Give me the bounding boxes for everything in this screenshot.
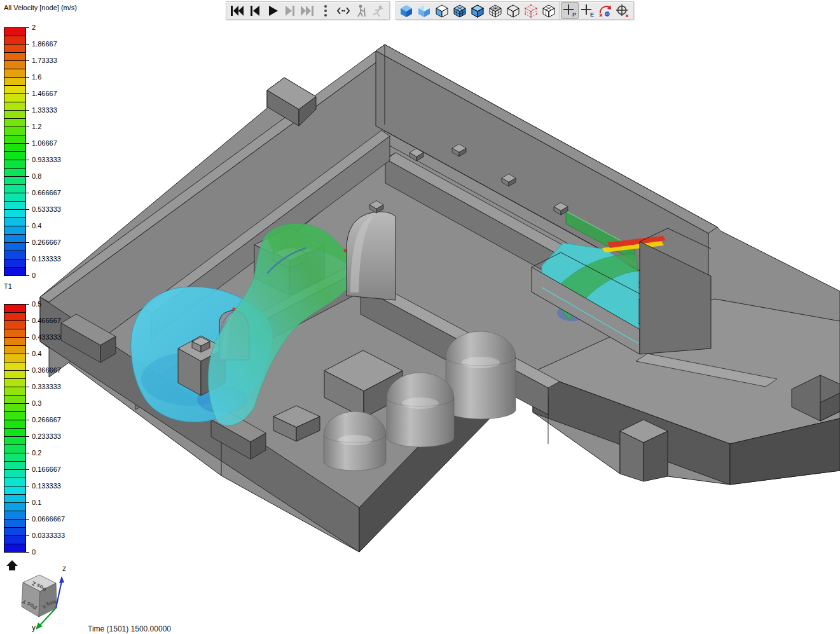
view-shaded-smooth-button[interactable] <box>415 2 433 19</box>
legend-tick: 0.933333 <box>25 156 61 163</box>
legend-cell <box>4 111 25 119</box>
view-shaded-outline-button[interactable] <box>469 2 486 19</box>
view-hidden-line-button[interactable] <box>540 2 558 19</box>
legend-cell <box>4 86 25 94</box>
legend-cell <box>4 119 25 127</box>
legend-cell <box>4 429 25 437</box>
legend-cell <box>4 321 25 329</box>
step-back-icon <box>246 3 263 18</box>
legend-cell <box>4 235 25 243</box>
legend-tick: 0 <box>25 272 36 279</box>
legend-tick: 0.133333 <box>25 256 61 262</box>
animation-range-button[interactable] <box>334 2 352 19</box>
play-button[interactable] <box>263 2 281 19</box>
fly-through-icon <box>371 3 387 18</box>
legend-tick: 0.0666667 <box>25 516 65 522</box>
triad-cube[interactable] <box>22 575 57 617</box>
legend-cell <box>4 144 25 152</box>
view-shaded-mesh-button[interactable] <box>451 2 469 19</box>
legend-tick: 1.06667 <box>25 140 57 146</box>
legend-tick: 0 <box>25 549 36 555</box>
legend-cell <box>4 338 25 346</box>
legend-cell <box>4 305 25 313</box>
tunnel-large <box>347 212 396 300</box>
legend-cell <box>4 259 25 268</box>
application-window: All Velocity [node] (m/s) 21.866671.7333… <box>0 0 840 634</box>
legend-tick: 0.133333 <box>25 483 61 489</box>
legend-cell <box>4 379 25 387</box>
time-annotation: Time (1501) 1500.00000 <box>88 624 171 633</box>
tank-back <box>446 331 516 419</box>
legend-cell <box>4 404 25 412</box>
legend-cell <box>4 169 25 177</box>
view-wireframe-mesh-button[interactable] <box>486 2 504 19</box>
skip-to-start-button[interactable] <box>228 2 245 19</box>
axis-y-label: y <box>32 623 36 632</box>
legend-t1: T1 0.50.4666670.4333330.40.3666670.33333… <box>4 282 26 553</box>
walk-through-icon <box>353 3 369 18</box>
legend-tick: 1.33333 <box>25 107 57 113</box>
probe-element-icon: E <box>579 3 596 18</box>
legend-cell <box>4 45 25 53</box>
legend-tick: 0.333333 <box>25 383 61 390</box>
legend-cell <box>4 346 25 354</box>
view-mesh-points-button[interactable] <box>522 2 540 19</box>
legend-tick: 0.233333 <box>25 433 61 439</box>
hidden-line-cube-icon <box>540 3 557 18</box>
view-wireframe-button[interactable] <box>504 2 522 19</box>
legend-cell <box>4 528 25 536</box>
legend-cell <box>4 53 25 61</box>
orientation-triad[interactable]: Pos Z Pos Y Neg X z y <box>0 557 89 634</box>
rotate-view-button[interactable] <box>596 2 614 19</box>
shaded-mesh-cube-icon <box>451 3 468 18</box>
rotate-view-icon <box>597 3 614 18</box>
step-forward-button[interactable] <box>281 2 299 19</box>
legend-tick: 0.366667 <box>25 367 61 373</box>
wireframe-mesh-cube-icon <box>487 3 504 18</box>
viewport-3d[interactable] <box>0 0 840 634</box>
probe-at-element-button[interactable]: E <box>579 2 596 19</box>
legend-cell <box>4 536 25 544</box>
legend-cell <box>4 210 25 218</box>
skip-to-end-button[interactable] <box>299 2 317 19</box>
probe-point-letter: P <box>572 11 576 18</box>
skip-to-end-icon <box>300 3 316 18</box>
legend-cell <box>4 152 25 160</box>
legend-velocity: All Velocity [node] (m/s) 21.866671.7333… <box>4 4 77 276</box>
legend-tick: 0.8 <box>25 173 41 179</box>
view-shaded-button[interactable] <box>397 2 415 19</box>
fly-through-button[interactable] <box>370 2 388 19</box>
legend-cell <box>4 396 25 404</box>
platform-pillar <box>620 420 668 481</box>
legend-cell <box>4 462 25 470</box>
step-back-button[interactable] <box>245 2 263 19</box>
legend-cell <box>4 387 25 396</box>
set-rotation-center-button[interactable] <box>614 2 632 19</box>
shaded-edges-cube-icon <box>434 3 450 18</box>
toolbar-playback <box>226 1 390 20</box>
legend-cell <box>4 28 25 36</box>
home-view-icon[interactable] <box>6 560 18 570</box>
legend-tick: 1.6 <box>25 74 41 80</box>
legend-cell <box>4 251 25 259</box>
legend-cell <box>4 135 25 144</box>
legend-cell <box>4 218 25 226</box>
legend-tick: 0.533333 <box>25 206 61 212</box>
legend-cell <box>4 61 25 69</box>
walk-through-button[interactable] <box>352 2 370 19</box>
probe-at-point-button[interactable]: P <box>561 2 579 19</box>
axis-z-label: z <box>62 564 66 573</box>
legend-t1-title: T1 <box>4 282 26 291</box>
legend-cell <box>4 313 25 321</box>
legend-tick: 0.1 <box>25 499 41 506</box>
legend-cell <box>4 226 25 235</box>
legend-tick: 0.2 <box>25 450 41 456</box>
more-options-button[interactable] <box>317 2 334 19</box>
legend-cell <box>4 412 25 420</box>
toolbar-view-style <box>396 1 560 20</box>
legend-cell <box>4 160 25 169</box>
legend-cell <box>4 362 25 371</box>
legend-cell <box>4 193 25 202</box>
view-shaded-edges-button[interactable] <box>433 2 451 19</box>
legend-cell <box>4 202 25 210</box>
